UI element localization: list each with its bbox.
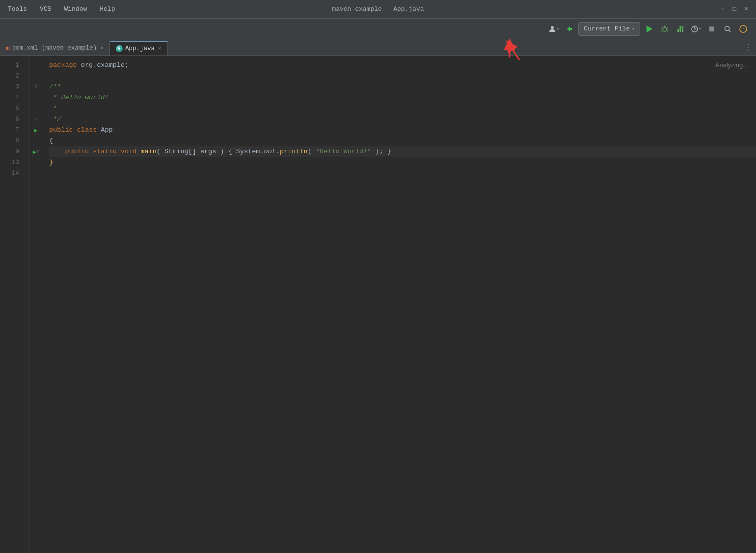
- coverage-button[interactable]: [674, 22, 687, 36]
- dropdown-arrow-icon: ▾: [632, 26, 635, 32]
- menu-window[interactable]: Window: [62, 4, 89, 14]
- line-num-14: 14: [0, 168, 24, 179]
- gutter-6[interactable]: △: [28, 114, 43, 125]
- toolbar: ▾ Current File ▾: [0, 19, 756, 39]
- menu-bar: Tools VCS Window Help: [6, 4, 117, 14]
- gutter-5: [28, 103, 43, 114]
- current-file-label: Current File: [584, 25, 630, 32]
- guava-icon: G: [116, 45, 123, 52]
- code-line-4: * Hello world!: [49, 92, 756, 103]
- code-editor[interactable]: Analyzing... package org.example; /** * …: [43, 56, 756, 553]
- minimize-button[interactable]: −: [719, 5, 727, 13]
- gutter-2: [28, 71, 43, 82]
- maximize-button[interactable]: □: [730, 5, 738, 13]
- profiler-button[interactable]: ▾: [689, 22, 703, 36]
- line-num-5: 5: [0, 103, 24, 114]
- code-line-14: [49, 168, 756, 179]
- tab-app-close[interactable]: ×: [158, 46, 162, 52]
- search-button[interactable]: [721, 22, 734, 36]
- fold-method-icon[interactable]: ▽: [36, 149, 39, 155]
- gutter-7[interactable]: ▶: [28, 125, 43, 136]
- maven-icon: m: [6, 45, 10, 52]
- line-num-7: 7: [0, 125, 24, 136]
- svg-rect-4: [680, 28, 681, 32]
- account-icon[interactable]: ▾: [547, 22, 561, 36]
- tab-pom-close[interactable]: ×: [100, 45, 104, 51]
- svg-marker-1: [647, 26, 652, 32]
- code-line-5: *: [49, 103, 756, 114]
- code-line-9: public static void main( String[] args )…: [49, 146, 756, 157]
- tab-pom-label: pom.xml (maven-example): [12, 45, 97, 52]
- svg-marker-6: [679, 26, 682, 28]
- gutter-4: [28, 92, 43, 103]
- undo-icon[interactable]: [563, 22, 576, 36]
- tab-app-java[interactable]: G App.java ×: [110, 41, 168, 55]
- code-line-1: package org.example;: [49, 60, 756, 71]
- svg-text:↑: ↑: [742, 27, 745, 32]
- notifications-button[interactable]: ↑: [736, 22, 750, 36]
- close-button[interactable]: ×: [742, 5, 750, 13]
- code-line-6: */: [49, 114, 756, 125]
- code-line-13: }: [49, 157, 756, 168]
- window-controls: − □ ×: [719, 5, 750, 13]
- run-main-icon[interactable]: ▶: [33, 149, 36, 155]
- svg-point-0: [551, 26, 554, 29]
- menu-vcs[interactable]: VCS: [38, 4, 53, 14]
- code-line-7: public class App: [49, 125, 756, 136]
- title-bar: Tools VCS Window Help maven-example - Ap…: [0, 0, 756, 19]
- current-file-dropdown[interactable]: Current File ▾: [578, 22, 640, 36]
- code-line-3: /**: [49, 82, 756, 92]
- gutter-8: [28, 136, 43, 146]
- menu-help[interactable]: Help: [98, 4, 117, 14]
- line-num-4: 4: [0, 92, 24, 103]
- svg-rect-3: [677, 29, 679, 32]
- svg-rect-8: [709, 27, 714, 31]
- run-class-icon[interactable]: ▶: [34, 127, 38, 134]
- editor-area: 1 2 3 4 5 6 7 8 9 13 14 ▽ △ ▶: [0, 56, 756, 553]
- svg-line-10: [729, 30, 731, 32]
- window-title: maven-example - App.java: [332, 5, 424, 13]
- analyzing-text: Analyzing...: [715, 60, 748, 71]
- gutter-1: [28, 60, 43, 71]
- svg-point-9: [725, 26, 729, 30]
- line-num-3: 3: [0, 82, 24, 92]
- stop-button[interactable]: [705, 22, 719, 36]
- line-num-2: 2: [0, 71, 24, 82]
- run-button[interactable]: [642, 22, 656, 36]
- code-line-2: [49, 71, 756, 82]
- gutter-14: [28, 168, 43, 179]
- debug-button[interactable]: [658, 22, 672, 36]
- fold-javadoc-icon[interactable]: ▽: [34, 84, 37, 90]
- menu-tools[interactable]: Tools: [6, 4, 29, 14]
- line-gutter: ▽ △ ▶ ▶ ▽: [28, 56, 43, 553]
- gutter-3[interactable]: ▽: [28, 82, 43, 92]
- line-num-8: 8: [0, 136, 24, 146]
- line-numbers: 1 2 3 4 5 6 7 8 9 13 14: [0, 56, 28, 553]
- svg-point-2: [663, 28, 667, 31]
- gutter-9[interactable]: ▶ ▽: [28, 146, 43, 157]
- svg-rect-5: [682, 26, 683, 32]
- line-num-13: 13: [0, 157, 24, 168]
- tab-app-label: App.java: [125, 45, 155, 52]
- code-line-8: {: [49, 136, 756, 146]
- gutter-13: [28, 157, 43, 168]
- fold-javadoc-end-icon[interactable]: △: [34, 116, 37, 122]
- tabs-bar: m pom.xml (maven-example) × G App.java ×…: [0, 39, 756, 56]
- line-num-9: 9: [0, 146, 24, 157]
- tabs-overflow-button[interactable]: ⋮: [744, 43, 752, 53]
- line-num-1: 1: [0, 60, 24, 71]
- tab-pom-xml[interactable]: m pom.xml (maven-example) ×: [0, 41, 110, 55]
- line-num-6: 6: [0, 114, 24, 125]
